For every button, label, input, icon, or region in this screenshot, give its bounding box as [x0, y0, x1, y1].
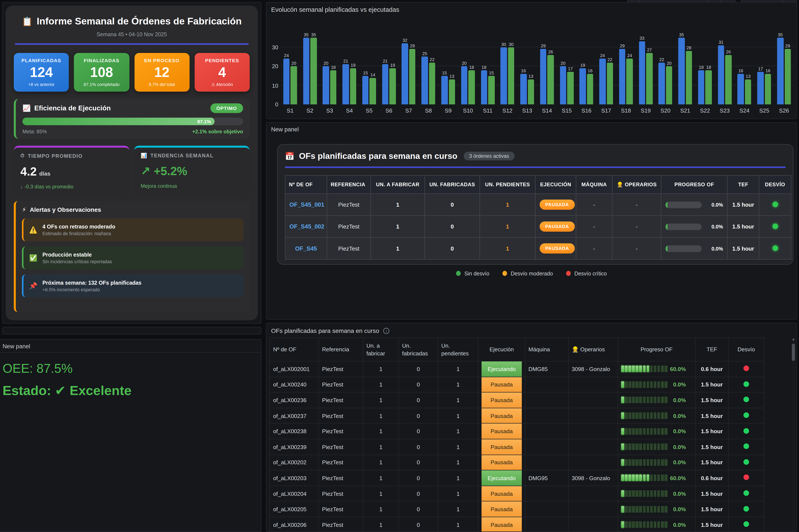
chart-bar-planificadas[interactable] — [520, 74, 527, 104]
led-segment — [643, 412, 646, 419]
column-header[interactable]: Un. a fabricar — [363, 338, 399, 361]
desvio-cell — [728, 470, 764, 486]
chart-bar-ejecutadas[interactable] — [370, 78, 376, 104]
chart-bar-ejecutadas[interactable] — [350, 68, 356, 104]
chart-value-label: 20 — [291, 61, 296, 66]
desvio-indicator — [743, 428, 749, 434]
table-row: of_aLX00202PiezTest101Pausada0.0%1.5 hou… — [270, 455, 764, 470]
of-cell: of_aLX00238 — [270, 423, 319, 439]
chart-bar-ejecutadas[interactable] — [745, 79, 751, 104]
chart-bar-ejecutadas[interactable] — [706, 70, 712, 104]
chart-bar-planificadas[interactable] — [481, 70, 487, 104]
chart-bar-ejecutadas[interactable] — [409, 49, 416, 104]
chart-bar-ejecutadas[interactable] — [646, 53, 653, 104]
chart-bar-planificadas[interactable] — [659, 62, 665, 104]
efficiency-card: 📈 Eficiencia de Ejecución ÓPTIMO 87.1% M… — [14, 99, 250, 139]
chart-bar-ejecutadas[interactable] — [389, 68, 396, 104]
chart-bar-ejecutadas[interactable] — [310, 38, 317, 104]
column-header: DESVÍO — [759, 175, 791, 194]
chart-bar-planificadas[interactable] — [422, 57, 428, 104]
chart-bar-ejecutadas[interactable] — [291, 66, 297, 104]
progress-percent: 0.0% — [673, 459, 692, 466]
chart-bar-ejecutadas[interactable] — [666, 66, 672, 104]
chart-bar-ejecutadas[interactable] — [627, 58, 633, 104]
chart-bar-ejecutadas[interactable] — [784, 49, 791, 104]
chart-bar-planificadas[interactable] — [461, 66, 468, 104]
chart-bar-planificadas[interactable] — [441, 76, 448, 104]
chart-bar-planificadas[interactable] — [777, 38, 784, 104]
scroll-up-arrow[interactable]: ▲ — [791, 338, 795, 341]
chart-bar-ejecutadas[interactable] — [330, 70, 337, 104]
column-header[interactable]: Un. pendientes — [438, 338, 478, 361]
chart-bar-ejecutadas[interactable] — [587, 74, 594, 104]
chart-bar-ejecutadas[interactable] — [607, 62, 613, 104]
led-segment — [661, 412, 664, 419]
tef-cell: 1.5 hour — [695, 455, 728, 470]
chart-bar-ejecutadas[interactable] — [468, 70, 475, 104]
chart-bar-ejecutadas[interactable] — [686, 51, 692, 104]
scrollbar[interactable]: ▲ — [791, 337, 795, 531]
column-header[interactable]: Máquina — [525, 338, 568, 361]
chart-bar-planificadas[interactable] — [303, 38, 309, 104]
chart-bar-planificadas[interactable] — [362, 76, 369, 104]
chart-bar-ejecutadas[interactable] — [725, 55, 732, 104]
scrollbar-thumb[interactable] — [792, 344, 795, 361]
chart-bar-planificadas[interactable] — [323, 66, 329, 104]
chart-bar-wrap: 13 — [528, 74, 534, 104]
chart-bar-planificadas[interactable] — [402, 43, 408, 104]
chart-bar-planificadas[interactable] — [718, 45, 724, 104]
chart-bar-ejecutadas[interactable] — [508, 47, 514, 104]
of-link[interactable]: OF_S45_001 — [289, 202, 324, 208]
estado-cell: Pausada — [482, 377, 522, 392]
chart-bar-ejecutadas[interactable] — [488, 76, 494, 104]
chart-bar-ejecutadas[interactable] — [765, 74, 771, 104]
chart-bar-ejecutadas[interactable] — [547, 55, 554, 104]
chart-bar-planificadas[interactable] — [540, 49, 546, 104]
chart-bar-group: 2119 — [379, 30, 399, 104]
progreso-cell: 60.0% — [618, 361, 695, 377]
units-cell: 1 — [438, 392, 478, 408]
chart-bar-planificadas[interactable] — [698, 70, 705, 104]
referencia-cell: PiezTest — [319, 377, 363, 393]
led-segment — [639, 443, 642, 450]
chart-bar-planificadas[interactable] — [560, 66, 566, 104]
column-header[interactable]: Nº de OF — [270, 338, 319, 361]
chart-bar-wrap: 26 — [547, 49, 554, 104]
led-gauge: 0.0% — [621, 455, 692, 470]
chart-bar-planificadas[interactable] — [599, 58, 606, 104]
info-icon[interactable]: i — [383, 328, 389, 334]
desvio-indicator — [743, 506, 749, 511]
chart-bar-planificadas[interactable] — [639, 41, 645, 104]
column-header[interactable]: 👷 Operarios — [568, 338, 618, 361]
chart-bar-planificadas[interactable] — [757, 72, 764, 104]
column-header[interactable]: Progreso OF — [618, 338, 695, 361]
led-segment — [650, 412, 653, 419]
chart-value-label: 33 — [640, 36, 644, 41]
chart-bar-planificadas[interactable] — [580, 68, 586, 104]
column-header[interactable]: Desvío — [728, 338, 764, 361]
led-segment — [665, 366, 667, 372]
chart-value-label: 24 — [627, 53, 632, 58]
chart-bar-ejecutadas[interactable] — [567, 72, 574, 104]
column-header[interactable]: Referencia — [319, 338, 363, 361]
chart-bar-ejecutadas[interactable] — [528, 79, 534, 104]
chart-bar-ejecutadas[interactable] — [429, 62, 435, 104]
led-segment — [654, 459, 656, 466]
chart-bar-planificadas[interactable] — [738, 74, 744, 104]
table-row: of_aLX002001PiezTest101EjecutandoDMG8530… — [270, 361, 764, 377]
chart-bar-planificadas[interactable] — [342, 64, 349, 104]
chart-bar-planificadas[interactable] — [283, 58, 290, 104]
chart-bar-ejecutadas[interactable] — [449, 79, 455, 104]
estado-cell: Ejecutando — [482, 361, 522, 376]
chart-panel: Evolucón semanal planificadas vs ejecuta… — [266, 2, 797, 119]
column-header[interactable]: TEF — [695, 338, 728, 361]
chart-bar-planificadas[interactable] — [619, 49, 625, 104]
desvio-indicator — [772, 223, 778, 229]
chart-bar-planificadas[interactable] — [678, 38, 685, 104]
of-link[interactable]: OF_S45 — [295, 245, 317, 252]
chart-bar-planificadas[interactable] — [382, 64, 388, 104]
column-header[interactable]: Un. fabricadas — [399, 338, 438, 361]
chart-bar-planificadas[interactable] — [501, 47, 507, 104]
column-header[interactable]: Ejecución — [478, 338, 525, 361]
of-link[interactable]: OF_S45_002 — [289, 224, 324, 230]
